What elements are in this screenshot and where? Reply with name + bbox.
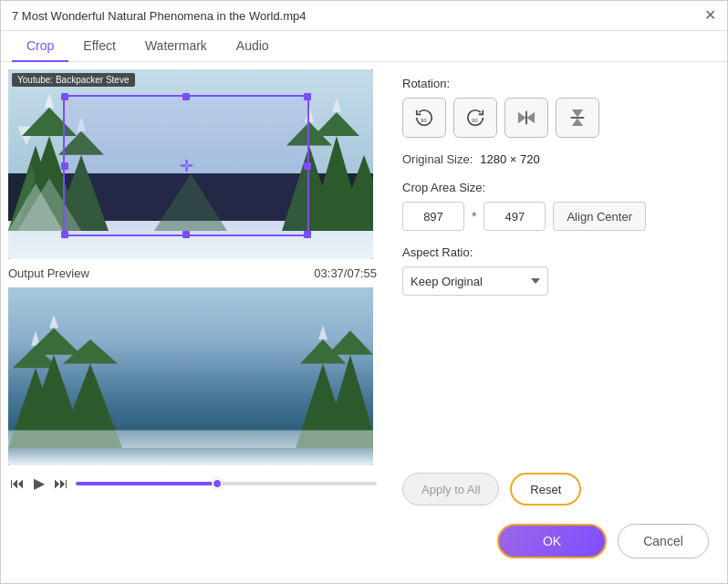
crop-separator: * [472, 209, 476, 224]
tab-crop[interactable]: Crop [12, 31, 68, 62]
original-size-value: 1280 × 720 [480, 152, 539, 166]
playback-controls: ⏮ ▶ ⏭ [8, 469, 377, 497]
timestamp-display: 03:37/07:55 [314, 266, 377, 280]
video-tooltip: Youtube: Backpacker Steve [12, 73, 135, 87]
title-bar: 7 Most Wonderful Natural Phenomena in th… [1, 1, 727, 31]
right-panel: Rotation: 90 90 [384, 62, 727, 573]
tab-audio[interactable]: Audio [222, 31, 284, 62]
svg-marker-30 [318, 325, 328, 339]
svg-marker-25 [49, 314, 58, 328]
close-button[interactable]: ✕ [704, 8, 716, 23]
preview-info-row: Output Preview 03:37/07:55 [8, 263, 377, 284]
svg-marker-40 [573, 110, 581, 116]
svg-marker-5 [45, 93, 54, 108]
skip-forward-button[interactable]: ⏭ [52, 474, 70, 494]
svg-text:90: 90 [472, 118, 477, 123]
svg-marker-37 [519, 113, 525, 121]
output-scene [8, 287, 373, 465]
rotate-cw-button[interactable]: 90 [453, 98, 497, 138]
svg-marker-14 [332, 98, 341, 112]
bottom-section: Apply to All Reset OK Cancel [402, 473, 709, 558]
svg-marker-13 [314, 112, 359, 136]
handle-top-left[interactable] [61, 93, 68, 100]
aspect-ratio-section: Aspect Ratio: Keep Original 16:9 4:3 1:1… [402, 245, 709, 296]
rotate-ccw-button[interactable]: 90 [402, 98, 446, 138]
output-preview [8, 287, 373, 465]
svg-text:90: 90 [421, 118, 426, 123]
tab-bar: Crop Effect Watermark Audio [1, 31, 727, 62]
progress-fill [76, 482, 217, 485]
crop-height-input[interactable] [484, 202, 546, 231]
handle-bottom-right[interactable] [304, 231, 311, 238]
ok-button[interactable]: OK [497, 524, 607, 558]
flip-vertical-button[interactable] [556, 98, 599, 138]
tab-watermark[interactable]: Watermark [130, 31, 222, 62]
handle-mid-left[interactable] [61, 162, 68, 170]
output-preview-label: Output Preview [8, 266, 89, 280]
main-content: Youtube: Backpacker Steve ✛ Output Previ… [1, 62, 727, 573]
handle-top-right[interactable] [304, 93, 311, 100]
svg-marker-32 [328, 330, 373, 354]
crop-area-section: Crop Area Size: * Align Center [402, 181, 709, 231]
cancel-button[interactable]: Cancel [618, 524, 709, 558]
flip-horizontal-button[interactable] [504, 98, 548, 138]
original-size-section: Original Size: 1280 × 720 [402, 152, 709, 166]
handle-bottom-mid[interactable] [182, 231, 190, 238]
svg-marker-41 [573, 120, 581, 125]
rotation-buttons-group: 90 90 [402, 98, 709, 138]
output-tree-silhouette [8, 306, 373, 448]
original-size-label: Original Size: [402, 152, 473, 166]
tab-effect[interactable]: Effect [68, 31, 130, 62]
left-panel: Youtube: Backpacker Steve ✛ Output Previ… [1, 62, 384, 573]
flip-v-icon [567, 108, 588, 128]
play-button[interactable]: ▶ [32, 473, 47, 494]
crop-inputs-row: * Align Center [402, 202, 709, 231]
crop-width-input[interactable] [402, 202, 464, 231]
handle-mid-right[interactable] [304, 162, 311, 170]
crop-overlay[interactable]: ✛ [63, 95, 309, 236]
skip-back-button[interactable]: ⏮ [8, 474, 26, 494]
rotation-section: Rotation: 90 90 [402, 77, 709, 138]
svg-rect-33 [8, 430, 373, 448]
apply-all-button: Apply to All [402, 473, 499, 506]
flip-h-icon [516, 108, 536, 128]
window-title: 7 Most Wonderful Natural Phenomena in th… [12, 9, 307, 23]
ok-cancel-row: OK Cancel [402, 524, 709, 558]
reset-button[interactable]: Reset [510, 473, 581, 506]
handle-bottom-left[interactable] [61, 231, 68, 238]
align-center-button[interactable]: Align Center [553, 202, 646, 231]
rotate-ccw-icon: 90 [414, 108, 434, 128]
progress-bar[interactable] [76, 482, 377, 485]
aspect-ratio-select[interactable]: Keep Original 16:9 4:3 1:1 9:16 3:4 21:9 [402, 266, 548, 296]
svg-marker-38 [528, 113, 534, 121]
progress-knob[interactable] [212, 478, 223, 489]
move-cursor-icon[interactable]: ✛ [180, 156, 193, 176]
aspect-ratio-label: Aspect Ratio: [402, 245, 709, 259]
rotation-label: Rotation: [402, 77, 709, 90]
handle-top-mid[interactable] [182, 93, 190, 100]
video-preview: Youtube: Backpacker Steve ✛ [8, 69, 373, 259]
rotate-cw-icon: 90 [465, 108, 485, 128]
action-buttons-row: Apply to All Reset [402, 473, 709, 506]
crop-area-label: Crop Area Size: [402, 181, 709, 194]
